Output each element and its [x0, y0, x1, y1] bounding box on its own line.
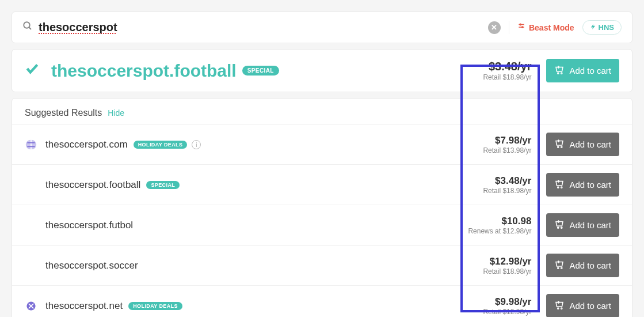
- cart-icon: [554, 300, 565, 312]
- hide-toggle[interactable]: Hide: [108, 108, 124, 118]
- domain-name: thesoccerspot.soccer: [45, 260, 138, 271]
- result-row: thesoccerspot.comHOLIDAY DEALSi$7.98/yrR…: [12, 124, 632, 164]
- info-icon[interactable]: i: [192, 140, 201, 149]
- price-sub: Retail $18.98/yr: [483, 73, 531, 81]
- bolt-icon: [590, 23, 596, 32]
- add-to-cart-button[interactable]: Add to cart: [546, 59, 619, 82]
- result-badge: HOLIDAY DEALS: [128, 302, 182, 310]
- result-badge: SPECIAL: [146, 181, 180, 189]
- swirl-icon: [25, 300, 37, 312]
- search-bar: ✕ Beast Mode HNS: [12, 12, 632, 43]
- svg-point-8: [558, 146, 559, 148]
- price-sub: Retail $18.98/yr: [483, 267, 531, 276]
- add-to-cart-button[interactable]: Add to cart: [546, 294, 619, 317]
- check-icon: [25, 61, 40, 80]
- result-price: $10.98Renews at $12.98/yr: [461, 216, 538, 235]
- result-rows: thesoccerspot.comHOLIDAY DEALSi$7.98/yrR…: [12, 124, 632, 317]
- result-row: thesoccerspot.soccer$12.98/yrRetail $18.…: [12, 245, 632, 285]
- add-to-cart-button[interactable]: Add to cart: [546, 213, 619, 237]
- price-sub: Renews at $12.98/yr: [468, 227, 531, 235]
- cart-icon: [554, 138, 565, 150]
- domain-name: thesoccerspot.net: [45, 300, 123, 312]
- svg-point-13: [561, 227, 562, 228]
- svg-point-15: [561, 267, 562, 269]
- featured-result: thesoccerspot.football SPECIAL $3.48/yr …: [12, 49, 632, 92]
- price-sub: Retail $13.98/yr: [483, 146, 531, 154]
- clear-search-button[interactable]: ✕: [488, 21, 501, 34]
- result-row: thesoccerspot.netHOLIDAY DEALS$9.98/yrRe…: [12, 285, 632, 317]
- svg-point-11: [561, 187, 562, 188]
- result-price: $12.98/yrRetail $18.98/yr: [476, 256, 538, 276]
- price-main: $9.98/yr: [483, 296, 531, 308]
- svg-point-0: [24, 22, 30, 28]
- price-main: $7.98/yr: [483, 135, 531, 146]
- svg-line-1: [29, 27, 31, 29]
- domain-name: thesoccerspot.com: [45, 139, 128, 150]
- svg-point-16: [558, 308, 559, 309]
- featured-badge: SPECIAL: [242, 66, 279, 76]
- result-price: $9.98/yrRetail $12.98/yr: [476, 296, 538, 316]
- svg-point-10: [558, 187, 559, 188]
- result-price: $3.48/yrRetail $18.98/yr: [476, 175, 538, 195]
- svg-point-3: [520, 24, 521, 25]
- svg-point-12: [558, 227, 559, 228]
- cta-label: Add to cart: [569, 301, 611, 311]
- beast-mode-toggle[interactable]: Beast Mode: [517, 22, 574, 32]
- cta-label: Add to cart: [569, 220, 611, 230]
- hns-toggle[interactable]: HNS: [582, 20, 622, 35]
- svg-point-5: [522, 27, 523, 28]
- price-main: $3.48/yr: [483, 60, 531, 73]
- hns-label: HNS: [599, 23, 614, 32]
- result-badge: HOLIDAY DEALS: [134, 141, 188, 149]
- domain-name: thesoccerspot.futbol: [45, 220, 133, 231]
- featured-price: $3.48/yr Retail $18.98/yr: [476, 60, 538, 81]
- suggested-title: Suggested Results: [25, 108, 102, 118]
- add-to-cart-button[interactable]: Add to cart: [546, 254, 619, 277]
- result-row: thesoccerspot.footballSPECIAL$3.48/yrRet…: [12, 164, 632, 205]
- cta-label: Add to cart: [569, 261, 611, 270]
- cart-icon: [554, 219, 565, 231]
- globe-icon: [25, 138, 37, 151]
- price-main: $12.98/yr: [483, 256, 531, 267]
- result-price: $7.98/yrRetail $13.98/yr: [476, 135, 538, 154]
- divider: [509, 21, 509, 34]
- suggested-header: Suggested Results Hide: [12, 99, 632, 124]
- cart-icon: [554, 179, 565, 191]
- domain-name: thesoccerspot.football: [45, 179, 140, 191]
- beast-mode-label: Beast Mode: [529, 23, 574, 32]
- result-row: thesoccerspot.futbol$10.98Renews at $12.…: [12, 205, 632, 245]
- suggested-results-card: Suggested Results Hide thesoccerspot.com…: [12, 98, 632, 317]
- add-to-cart-button[interactable]: Add to cart: [546, 173, 619, 197]
- svg-point-14: [558, 267, 559, 269]
- price-main: $3.48/yr: [483, 175, 531, 187]
- add-to-cart-button[interactable]: Add to cart: [546, 133, 619, 156]
- svg-point-6: [558, 73, 559, 74]
- featured-domain-name: thesoccerspot.football: [51, 61, 237, 81]
- price-sub: Retail $18.98/yr: [483, 187, 531, 195]
- svg-point-17: [561, 308, 562, 309]
- sliders-icon: [517, 22, 525, 32]
- cart-icon: [554, 259, 565, 271]
- svg-point-7: [561, 73, 562, 74]
- search-input[interactable]: [39, 21, 488, 34]
- cta-label: Add to cart: [569, 66, 611, 76]
- cta-label: Add to cart: [569, 180, 611, 190]
- search-icon: [22, 21, 33, 34]
- page-container: ✕ Beast Mode HNS thesoccerspot.football …: [12, 12, 632, 317]
- cta-label: Add to cart: [569, 139, 611, 149]
- svg-point-9: [561, 146, 562, 148]
- price-sub: Retail $12.98/yr: [483, 308, 531, 316]
- cart-icon: [554, 65, 565, 77]
- price-main: $10.98: [468, 216, 531, 227]
